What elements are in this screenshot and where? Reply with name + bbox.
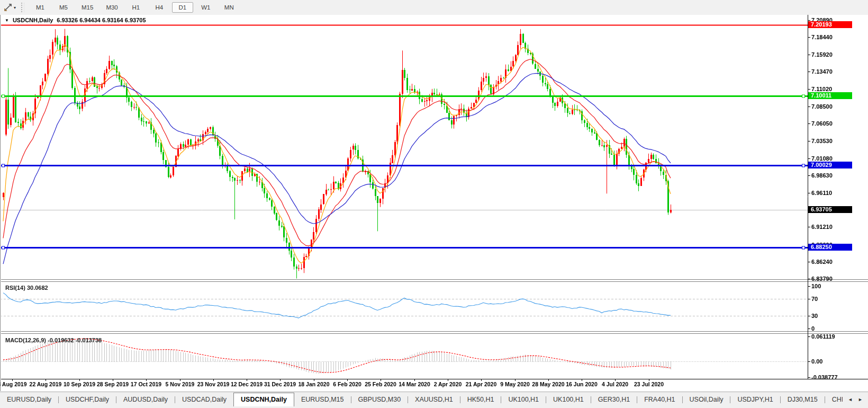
tab-uk100-h1[interactable]: UK100,H1 [546,393,591,406]
price-axis-label: 6.96110 [811,190,832,196]
date-axis-label: 10 Sep 2019 [64,381,95,387]
date-axis-label: 5 Nov 2019 [166,381,195,387]
tab-gbpusd-m30[interactable]: GBPUSD,M30 [351,393,408,406]
price-line-badge-7-10011: 7.10011 [808,92,852,99]
tab-usdchf-daily[interactable]: USDCHF,Daily [59,393,116,406]
date-axis-label: 3 Aug 2019 [0,381,27,387]
date-axis-label: 2 Apr 2020 [434,381,462,387]
date-axis-label: 23 Jul 2020 [634,381,664,387]
date-axis-label: 31 Dec 2019 [264,381,296,387]
price-line-badge-6-88250: 6.88250 [808,244,852,251]
tab-dj30-m15[interactable]: DJ30,M15 [781,393,825,406]
date-axis-label: 6 Feb 2020 [333,381,361,387]
rsi-axis-label: 70 [811,296,818,302]
chart-tab-bar: EURUSD,DailyUSDCHF,DailyAUDUSD,DailyUSDC… [0,392,868,408]
chart-title: ▼ USDCNH,Daily 6.93326 6.94434 6.93164 6… [5,16,146,24]
macd-axis-label: 0.061119 [811,333,835,340]
timeframe-button-d1[interactable]: D1 [172,2,193,13]
price-axis-label: 6.83790 [811,276,833,282]
tab-eurusd-daily[interactable]: EURUSD,Daily [0,393,58,406]
timeframe-button-m1[interactable]: M1 [30,2,51,13]
macd-axis-label: -0.038777 [811,374,838,380]
timeframe-button-m5[interactable]: M5 [53,2,74,13]
price-line-badge-7-20193: 7.20193 [808,21,852,28]
price-axis-label: 6.91210 [811,224,833,230]
date-axis-label: 21 Apr 2020 [466,381,497,387]
price-chart-canvas[interactable] [0,15,868,391]
tab-hk50-h1[interactable]: HK50,H1 [460,393,501,406]
price-axis-label: 7.03530 [811,138,833,144]
price-line-badge-7-00029: 7.00029 [808,162,852,168]
chevron-down-icon[interactable]: ▾ [14,5,16,10]
price-axis-label: 7.18440 [811,34,833,40]
date-axis-label: 25 Feb 2020 [365,381,396,387]
chart-tools-group: ▾ [0,3,18,12]
timeframe-button-h1[interactable]: H1 [125,2,147,13]
timeframe-toolbar: ▾ M1M5M15M30H1H4D1W1MN [0,0,868,15]
timeframe-buttons: M1M5M15M30H1H4D1W1MN [29,2,241,13]
tab-usdjpy-h1[interactable]: USDJPY,H1 [730,393,780,406]
price-axis-label: 6.98630 [811,172,833,179]
date-axis-label: 16 Jun 2020 [566,381,598,387]
trading-terminal-window: ▾ M1M5M15M30H1H4D1W1MN ▼ USDCNH,Daily 6.… [0,0,868,408]
timeframe-button-h4[interactable]: H4 [149,2,170,13]
timeframe-button-m15[interactable]: M15 [76,2,98,13]
macd-axis-label: 0.00 [811,358,822,365]
timeframe-button-w1[interactable]: W1 [195,2,216,13]
tab-scroll-left-icon[interactable]: ◄ [848,397,853,402]
price-axis-label: 7.01080 [811,155,833,162]
price-axis-label: 7.08500 [811,103,833,110]
timeframe-button-mn[interactable]: MN [219,2,240,13]
tab-audusd-daily[interactable]: AUDUSD,Daily [116,393,175,406]
timeframe-button-m30[interactable]: M30 [101,2,123,13]
date-axis-label: 28 Sep 2019 [97,381,129,387]
symbol-collapse-icon[interactable]: ▼ [5,18,9,23]
date-axis-label: 9 May 2020 [500,381,529,387]
tab-eurusd-m15[interactable]: EURUSD,M15 [294,393,351,406]
price-axis-label: 7.06050 [811,120,833,127]
rsi-axis-label: 30 [811,313,818,319]
price-axis-label: 7.13470 [811,68,833,75]
date-axis-label: 12 Dec 2019 [231,381,263,387]
price-axis-label: 6.86240 [811,259,833,265]
date-axis-label: 17 Oct 2019 [131,381,161,387]
price-line-badge-6-93705: 6.93705 [808,206,852,213]
tab-ger30-h1[interactable]: GER30,H1 [591,393,637,406]
price-axis-label: 7.15920 [811,51,833,58]
rsi-axis-label: 100 [811,283,821,289]
toolbar-grip-handle[interactable] [21,3,24,12]
rsi-axis-label: 0 [811,325,815,332]
date-axis-label: 22 Aug 2019 [30,381,62,387]
date-axis-label: 4 Jul 2020 [602,381,628,387]
tab-uk100-h1[interactable]: UK100,H1 [501,393,546,406]
date-axis-label: 23 Nov 2019 [197,381,230,387]
tab-scroll-arrows: ◄ ► [843,392,868,406]
date-axis-label: 14 Mar 2020 [399,381,430,387]
tab-usoil-daily[interactable]: USOil,Daily [683,393,730,406]
tab-usdcnh-daily[interactable]: USDCNH,Daily [233,393,294,406]
tab-usdcad-daily[interactable]: USDCAD,Daily [175,393,233,406]
chart-cursor-icon[interactable] [4,3,12,12]
tab-fra40-h1[interactable]: FRA40,H1 [637,393,682,406]
macd-indicator-label: MACD(12,26,9) -0.019632 -0.013738 [5,337,102,343]
date-axis-label: 18 Jan 2020 [299,381,330,387]
price-axis-label: 7.11020 [811,86,832,92]
date-axis-label: 28 May 2020 [532,381,564,387]
tab-scroll-right-icon[interactable]: ► [858,397,863,402]
tab-xauusd-h1[interactable]: XAUUSD,H1 [408,393,460,406]
chart-title-symbol: USDCNH,Daily [13,17,53,23]
rsi-indicator-label: RSI(14) 30.0682 [5,285,48,291]
chart-title-ohlc: 6.93326 6.94434 6.93164 6.93705 [57,17,146,23]
